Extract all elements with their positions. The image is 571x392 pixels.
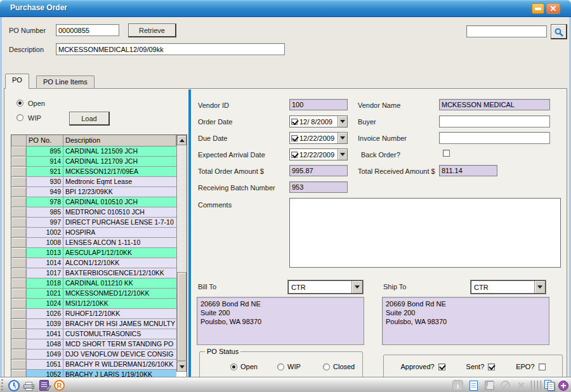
row-selector[interactable] xyxy=(11,309,27,318)
add-button[interactable] xyxy=(557,379,569,391)
retrieve-button[interactable]: Retrieve xyxy=(128,23,176,37)
scroll-up-button[interactable] xyxy=(177,135,187,145)
table-row[interactable]: 1041 CUSTOMULTRASONICS xyxy=(11,329,176,339)
edit-report-button[interactable] xyxy=(38,379,50,391)
ship-to-select[interactable]: CTR xyxy=(471,280,546,294)
table-row[interactable]: 1021 MCKESSONMED1/12/10KK xyxy=(11,289,176,299)
load-button[interactable]: Load xyxy=(69,112,110,126)
title-bar[interactable]: Purchase Order ✕ xyxy=(0,0,571,17)
po-status-open-radio[interactable] xyxy=(230,363,237,370)
row-selector[interactable] xyxy=(11,248,27,258)
epo-checkbox[interactable] xyxy=(539,363,546,370)
description-input[interactable] xyxy=(56,43,285,55)
row-selector[interactable] xyxy=(11,238,27,247)
row-selector[interactable] xyxy=(11,278,27,288)
row-selector[interactable] xyxy=(11,258,27,268)
row-selector[interactable] xyxy=(11,187,27,197)
cancel-button[interactable] xyxy=(499,379,511,391)
order-date-enabled-checkbox[interactable] xyxy=(291,119,298,125)
row-selector[interactable] xyxy=(11,207,27,217)
table-row[interactable]: 949 BPI 12/23/09KK xyxy=(11,187,176,197)
expected-arrival-dropdown-button[interactable] xyxy=(338,149,347,160)
info-button[interactable]: i xyxy=(452,379,464,391)
copy-button[interactable] xyxy=(543,379,555,391)
po-number-input[interactable] xyxy=(56,24,119,36)
table-row[interactable]: 1024 MSI1/12/10KK xyxy=(11,299,176,309)
buyer-input[interactable] xyxy=(439,115,550,127)
search-input[interactable] xyxy=(466,25,547,37)
open-filter-radio[interactable] xyxy=(16,100,23,107)
total-order-amount-field[interactable]: 995.87 xyxy=(289,165,348,176)
approved-checkbox[interactable] xyxy=(438,363,445,370)
table-row[interactable]: 1051 BRACHY R WILDERMAN1/26/10KK xyxy=(11,360,176,370)
row-selector[interactable] xyxy=(11,289,27,298)
due-date-enabled-checkbox[interactable] xyxy=(291,135,298,141)
table-row[interactable]: 985 MEDTRONIC 010510 JCH xyxy=(11,207,176,218)
table-row[interactable]: 1014 ALCON1/12/10KK xyxy=(11,258,176,268)
table-row[interactable]: 1017 BAXTERBIOSCIENCE1/12/10KK xyxy=(11,268,176,278)
table-row[interactable]: 895 CARDINAL 121509 JCH xyxy=(11,147,176,157)
row-selector[interactable] xyxy=(11,268,27,278)
row-selector[interactable] xyxy=(11,319,27,329)
table-row[interactable]: 1002 HOSPIRA xyxy=(11,228,176,238)
row-selector[interactable] xyxy=(11,167,27,176)
row-selector[interactable] xyxy=(11,197,27,207)
expected-arrival-enabled-checkbox[interactable] xyxy=(291,152,298,158)
bill-to-select[interactable]: CTR xyxy=(288,280,363,294)
order-date-picker[interactable]: 12/ 8/2009 xyxy=(289,115,348,127)
comments-textarea[interactable] xyxy=(289,198,561,268)
table-row[interactable]: 921 MCKESSON12/17/09EA xyxy=(11,167,176,177)
table-row[interactable]: 1026 RUHOF1/12/10KK xyxy=(11,309,176,319)
row-selector[interactable] xyxy=(11,350,27,359)
header-description[interactable]: Description xyxy=(63,135,176,146)
po-table-scrollbar[interactable] xyxy=(176,135,187,372)
row-selector[interactable] xyxy=(11,228,27,237)
print-button[interactable] xyxy=(23,379,35,391)
close-button[interactable]: ✕ xyxy=(546,3,560,14)
order-date-dropdown-button[interactable] xyxy=(338,116,347,127)
back-order-checkbox[interactable] xyxy=(443,150,450,157)
bill-to-dropdown-button[interactable] xyxy=(351,281,362,293)
table-row[interactable]: 1048 MCD SHORT TERM STANDING PO xyxy=(11,339,176,350)
scrollbar-thumb[interactable] xyxy=(177,272,187,361)
row-selector[interactable] xyxy=(11,329,27,339)
table-row[interactable]: 1013 AESCULAP1/12/10KK xyxy=(11,248,176,258)
vendor-id-field[interactable]: 100 xyxy=(289,99,348,110)
row-selector[interactable] xyxy=(11,360,27,369)
due-date-picker[interactable]: 12/22/2009 xyxy=(289,132,348,144)
history-button[interactable] xyxy=(8,379,20,391)
header-po-no[interactable]: PO No. xyxy=(27,135,63,146)
tab-po[interactable]: PO xyxy=(5,74,29,89)
table-row[interactable]: 1008 LENSES ALCON 1-11-10 xyxy=(11,238,176,248)
search-button[interactable] xyxy=(551,24,567,39)
ship-to-dropdown-button[interactable] xyxy=(534,281,545,293)
minimize-button[interactable] xyxy=(532,3,544,14)
total-received-amount-field[interactable]: 811.14 xyxy=(439,165,497,176)
receiving-batch-number-field[interactable]: 953 xyxy=(289,181,348,193)
new-record-button[interactable] xyxy=(468,379,480,391)
row-selector[interactable] xyxy=(11,299,27,308)
row-selector[interactable] xyxy=(11,177,27,186)
recent-button[interactable]: R xyxy=(53,379,65,391)
table-row[interactable]: 1049 DJO VENOFLOW DEVICE CONSIG xyxy=(11,350,176,360)
row-selector[interactable] xyxy=(11,218,27,227)
table-row[interactable]: 914 CARDINAL 121709 JCH xyxy=(11,157,176,167)
wip-filter-radio[interactable] xyxy=(16,114,23,121)
vendor-name-field[interactable]: MCKESSON MEDICAL xyxy=(439,99,550,110)
table-row[interactable]: 997 DIRECT PURCHASE LENSE 1-7-10 xyxy=(11,218,176,228)
table-row[interactable]: 1039 BRACHY DR HSI JAMES MCNULTY xyxy=(11,319,176,329)
row-selector[interactable] xyxy=(11,157,27,166)
due-date-dropdown-button[interactable] xyxy=(338,133,347,143)
invoice-number-input[interactable] xyxy=(439,132,550,144)
delete-button[interactable]: ✕ xyxy=(515,379,527,391)
po-status-wip-radio[interactable] xyxy=(277,363,284,370)
sent-checkbox[interactable] xyxy=(488,363,495,370)
table-row[interactable]: 1018 CARDINAL 011210 KK xyxy=(11,278,176,289)
row-selector[interactable] xyxy=(11,339,27,349)
scroll-down-button[interactable] xyxy=(177,362,187,372)
row-selector[interactable] xyxy=(11,147,27,156)
save-button[interactable] xyxy=(483,379,496,391)
expected-arrival-date-picker[interactable]: 12/22/2009 xyxy=(289,148,348,160)
tab-po-line-items[interactable]: PO Line Items xyxy=(36,75,95,89)
table-row[interactable]: 930 Medtronic Eqmt Lease xyxy=(11,177,176,187)
